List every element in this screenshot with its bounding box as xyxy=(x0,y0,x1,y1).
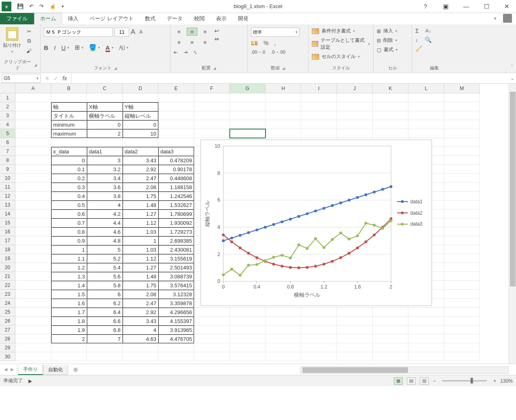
cell-K30[interactable] xyxy=(373,352,408,361)
cell-M29[interactable] xyxy=(444,343,480,352)
row-header-3[interactable]: 3 xyxy=(0,111,15,120)
cell-E19[interactable]: 3.155619 xyxy=(158,254,194,263)
zoom-in-icon[interactable]: + xyxy=(493,378,496,384)
cell-D15[interactable]: 1.12 xyxy=(123,218,158,227)
cell-D13[interactable]: 1.48 xyxy=(123,200,158,209)
cell-E10[interactable]: 0.448608 xyxy=(158,174,194,183)
cell-J1[interactable] xyxy=(337,93,373,102)
cell-B17[interactable]: 0.9 xyxy=(51,236,87,245)
cell-L2[interactable] xyxy=(408,102,444,111)
cell-E18[interactable]: 2.430081 xyxy=(158,245,194,254)
enter-formula-icon[interactable]: ✓ xyxy=(54,75,58,82)
cell-C11[interactable]: 3.6 xyxy=(87,183,123,192)
horizontal-scrollbar[interactable] xyxy=(300,366,509,374)
sheet-tab-1[interactable]: 自動化 xyxy=(43,365,68,375)
cell-C2[interactable]: X軸 xyxy=(87,102,123,111)
cell-B16[interactable]: 0.8 xyxy=(51,227,87,236)
row-header-1[interactable]: 1 xyxy=(0,93,15,102)
qa-customize-icon[interactable]: ▾ xyxy=(62,4,64,9)
cell-H26[interactable] xyxy=(266,317,301,325)
merge-center-icon[interactable]: ⇔ xyxy=(214,36,219,42)
cell-D17[interactable]: 1 xyxy=(123,236,158,245)
align-left-icon[interactable]: ≡ xyxy=(174,38,184,46)
column-header-C[interactable]: C xyxy=(87,84,123,93)
cell-E13[interactable]: 1.532627 xyxy=(158,200,194,209)
cell-D21[interactable]: 1.48 xyxy=(123,272,158,281)
cell-A6[interactable] xyxy=(15,138,51,147)
cell-E12[interactable]: 1.242546 xyxy=(158,192,194,200)
number-launcher-icon[interactable]: ◢ xyxy=(282,66,285,70)
cell-A22[interactable] xyxy=(15,281,51,290)
cell-B4[interactable]: minimum xyxy=(51,120,87,129)
cell-M28[interactable] xyxy=(444,334,480,343)
cell-L27[interactable] xyxy=(408,325,444,334)
cell-F2[interactable] xyxy=(194,102,230,111)
row-header-24[interactable]: 24 xyxy=(0,299,15,308)
cell-E8[interactable]: 0.478209 xyxy=(158,156,194,165)
cell-L4[interactable] xyxy=(408,120,444,129)
cell-B24[interactable]: 1.6 xyxy=(51,299,87,308)
zoom-out-icon[interactable]: − xyxy=(433,378,436,384)
cell-H4[interactable] xyxy=(266,120,301,129)
ribbon-tab-6[interactable]: 表示 xyxy=(210,13,232,24)
column-header-D[interactable]: D xyxy=(123,84,158,93)
cell-D22[interactable]: 1.75 xyxy=(123,281,158,290)
decrease-indent-icon[interactable]: ⇤ xyxy=(174,50,178,55)
cell-E5[interactable] xyxy=(158,129,194,138)
bold-button[interactable]: B xyxy=(44,44,48,51)
cell-L1[interactable] xyxy=(408,93,444,102)
cell-M3[interactable] xyxy=(444,111,480,120)
cell-I26[interactable] xyxy=(301,317,337,325)
zoom-thumb[interactable] xyxy=(471,378,473,383)
align-right-icon[interactable]: ≡ xyxy=(200,38,210,46)
cell-B20[interactable]: 1.2 xyxy=(51,263,87,272)
cell-G28[interactable] xyxy=(230,334,266,343)
cell-E1[interactable] xyxy=(158,93,194,102)
cell-L5[interactable] xyxy=(408,129,444,138)
cell-D4[interactable]: 0 xyxy=(123,120,158,129)
cell-M26[interactable] xyxy=(444,317,480,325)
cell-M8[interactable] xyxy=(444,156,480,165)
cell-J2[interactable] xyxy=(337,102,373,111)
cell-D25[interactable]: 2.92 xyxy=(123,308,158,317)
cell-M14[interactable] xyxy=(444,209,480,218)
column-header-J[interactable]: J xyxy=(337,84,373,93)
row-header-19[interactable]: 19 xyxy=(0,254,15,263)
cell-C1[interactable] xyxy=(87,93,123,102)
cell-E16[interactable]: 1.729273 xyxy=(158,227,194,236)
cell-I28[interactable] xyxy=(301,334,337,343)
cell-C27[interactable]: 6.8 xyxy=(87,325,123,334)
cell-B13[interactable]: 0.5 xyxy=(51,200,87,209)
cell-A28[interactable] xyxy=(15,334,51,343)
cell-D28[interactable]: 4.63 xyxy=(123,334,158,343)
decrease-decimal-icon[interactable]: .0→.00 xyxy=(271,50,285,54)
cell-H29[interactable] xyxy=(266,343,301,352)
cell-I3[interactable] xyxy=(301,111,337,120)
row-header-2[interactable]: 2 xyxy=(0,102,15,111)
cell-C5[interactable]: 2 xyxy=(87,129,123,138)
cell-A29[interactable] xyxy=(15,343,51,352)
row-header-15[interactable]: 15 xyxy=(0,218,15,227)
cell-K2[interactable] xyxy=(373,102,408,111)
cell-M12[interactable] xyxy=(444,192,480,200)
cell-E29[interactable] xyxy=(158,343,194,352)
cell-E24[interactable]: 3.359878 xyxy=(158,299,194,308)
cell-A17[interactable] xyxy=(15,236,51,245)
cell-styles-button[interactable]: セルのスタイル▾ xyxy=(312,53,370,60)
ribbon-tab-1[interactable]: 挿入 xyxy=(62,13,84,24)
row-header-25[interactable]: 25 xyxy=(0,308,15,317)
cell-G30[interactable] xyxy=(230,352,266,361)
cell-E27[interactable]: 3.913965 xyxy=(158,325,194,334)
cell-B9[interactable]: 0.1 xyxy=(51,165,87,174)
cell-A4[interactable] xyxy=(15,120,51,129)
cell-B23[interactable]: 1.5 xyxy=(51,290,87,299)
cell-G27[interactable] xyxy=(230,325,266,334)
align-middle-icon[interactable]: ≡ xyxy=(187,28,197,36)
row-header-5[interactable]: 5 xyxy=(0,129,15,138)
cell-E6[interactable] xyxy=(158,138,194,147)
cell-D1[interactable] xyxy=(123,93,158,102)
cell-H3[interactable] xyxy=(266,111,301,120)
cell-C14[interactable]: 4.2 xyxy=(87,209,123,218)
ribbon-tab-3[interactable]: 数式 xyxy=(139,13,161,24)
cell-D7[interactable]: data2 xyxy=(123,147,158,156)
